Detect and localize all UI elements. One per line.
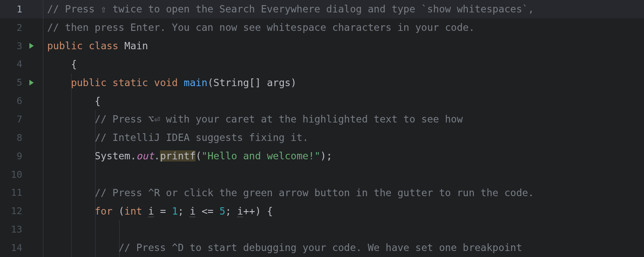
gutter-separator	[43, 18, 47, 37]
code-content[interactable]: for (int i = 1; i <= 5; i++) {	[47, 202, 644, 220]
code-text: public static void main(String[] args)	[47, 77, 297, 88]
code-line[interactable]: 6 {	[0, 92, 644, 110]
code-content[interactable]: public class Main	[47, 37, 644, 55]
indent-guide	[95, 147, 96, 165]
code-content[interactable]: // Press ^D to start debugging your code…	[47, 239, 644, 257]
code-line[interactable]: 2// then press Enter. You can now see wh…	[0, 18, 644, 37]
gutter-run-column	[27, 42, 43, 50]
line-number[interactable]: 11	[0, 187, 27, 198]
code-content[interactable]: // Press ⇧ twice to open the Search Ever…	[47, 0, 644, 18]
code-line[interactable]: 14 // Press ^D to start debugging your c…	[0, 239, 644, 257]
code-text: System.out.printf("Hello and welcome!");	[47, 150, 332, 161]
code-line[interactable]: 3public class Main	[0, 37, 644, 55]
gutter-separator	[43, 239, 47, 257]
indent-guide	[95, 110, 96, 128]
code-text: {	[47, 96, 101, 107]
code-text: // IntelliJ IDEA suggests fixing it.	[47, 132, 308, 143]
code-content[interactable]: // IntelliJ IDEA suggests fixing it.	[47, 128, 644, 147]
indent-guide	[71, 73, 72, 92]
line-number[interactable]: 7	[0, 114, 27, 125]
code-content[interactable]	[47, 220, 644, 239]
code-line[interactable]: 9 System.out.printf("Hello and welcome!"…	[0, 147, 644, 165]
gutter-separator	[43, 147, 47, 165]
line-number[interactable]: 10	[0, 169, 27, 180]
run-gutter-icon[interactable]	[27, 42, 35, 50]
code-line[interactable]: 10	[0, 165, 644, 184]
gutter-separator	[43, 110, 47, 128]
indent-guide	[95, 202, 96, 220]
indent-guide	[71, 147, 72, 165]
gutter-separator	[43, 220, 47, 239]
code-editor[interactable]: 1// Press ⇧ twice to open the Search Eve…	[0, 0, 644, 257]
indent-guide	[71, 183, 72, 202]
code-content[interactable]: // Press ^R or click the green arrow but…	[47, 183, 644, 202]
code-line[interactable]: 8 // IntelliJ IDEA suggests fixing it.	[0, 128, 644, 147]
indent-guide	[71, 165, 72, 184]
code-text: // Press ^D to start debugging your code…	[47, 242, 522, 253]
indent-guide	[95, 183, 96, 202]
code-line[interactable]: 1// Press ⇧ twice to open the Search Eve…	[0, 0, 644, 18]
indent-guide	[71, 202, 72, 220]
line-number[interactable]: 3	[0, 41, 27, 51]
line-number[interactable]: 9	[0, 151, 27, 161]
gutter-separator	[43, 128, 47, 147]
code-line[interactable]: 7 // Press ⌥⏎ with your caret at the hig…	[0, 110, 644, 128]
code-content[interactable]: // Press ⌥⏎ with your caret at the highl…	[47, 110, 644, 128]
code-line[interactable]: 4 {	[0, 55, 644, 74]
gutter-separator	[43, 73, 47, 92]
line-number[interactable]: 2	[0, 22, 27, 33]
indent-guide	[119, 220, 120, 239]
code-line[interactable]: 12 for (int i = 1; i <= 5; i++) {	[0, 202, 644, 220]
gutter-separator	[43, 55, 47, 74]
code-text: for (int i = 1; i <= 5; i++) {	[47, 206, 273, 217]
code-text: // Press ⌥⏎ with your caret at the highl…	[47, 114, 463, 125]
line-number[interactable]: 6	[0, 96, 27, 106]
gutter-separator	[43, 92, 47, 110]
line-number[interactable]: 5	[0, 77, 27, 88]
indent-guide	[71, 128, 72, 147]
indent-guide	[95, 165, 96, 184]
line-number[interactable]: 4	[0, 59, 27, 69]
line-number[interactable]: 14	[0, 242, 27, 253]
line-number[interactable]: 8	[0, 132, 27, 143]
gutter-separator	[43, 165, 47, 184]
run-gutter-icon[interactable]	[27, 79, 35, 87]
code-content[interactable]: {	[47, 92, 644, 110]
indent-guide	[71, 92, 72, 110]
code-content[interactable]: System.out.printf("Hello and welcome!");	[47, 147, 644, 165]
gutter-separator	[43, 37, 47, 55]
line-number[interactable]: 12	[0, 206, 27, 216]
code-text: // then press Enter. You can now see whi…	[47, 22, 475, 33]
indent-guide	[119, 239, 120, 257]
line-number[interactable]: 13	[0, 224, 27, 235]
indent-guide	[71, 220, 72, 239]
code-line[interactable]: 13	[0, 220, 644, 239]
indent-guide	[95, 128, 96, 147]
code-content[interactable]: // then press Enter. You can now see whi…	[47, 18, 644, 37]
indent-guide	[71, 110, 72, 128]
gutter-run-column	[27, 79, 43, 87]
gutter-separator	[43, 0, 47, 18]
code-line[interactable]: 5 public static void main(String[] args)	[0, 73, 644, 92]
line-number[interactable]: 1	[0, 4, 27, 15]
code-content[interactable]: public static void main(String[] args)	[47, 73, 644, 92]
indent-guide	[95, 220, 96, 239]
code-text: // Press ⇧ twice to open the Search Ever…	[47, 3, 534, 15]
gutter-separator	[43, 202, 47, 220]
gutter-separator	[43, 183, 47, 202]
code-text: // Press ^R or click the green arrow but…	[47, 187, 534, 198]
code-content[interactable]: {	[47, 55, 644, 74]
code-text: {	[47, 59, 77, 70]
code-content[interactable]	[47, 165, 644, 184]
code-text: public class Main	[47, 40, 148, 51]
code-line[interactable]: 11 // Press ^R or click the green arrow …	[0, 183, 644, 202]
indent-guide	[95, 239, 96, 257]
indent-guide	[71, 239, 72, 257]
